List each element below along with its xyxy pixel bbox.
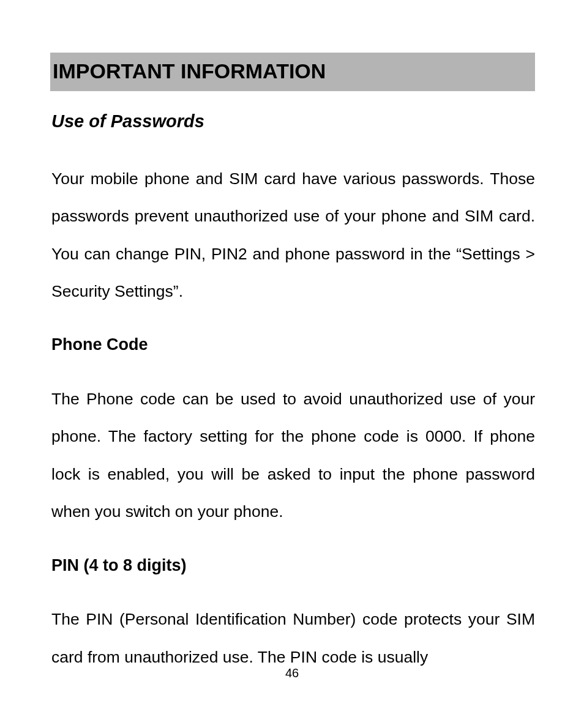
paragraph-phone-code: The Phone code can be used to avoid unau…: [50, 381, 535, 531]
section-heading-passwords: Use of Passwords: [50, 111, 535, 132]
sub-heading-pin: PIN (4 to 8 digits): [50, 555, 535, 575]
sub-heading-phone-code: Phone Code: [50, 335, 535, 354]
paragraph-intro: Your mobile phone and SIM card have vari…: [50, 160, 535, 311]
paragraph-pin: The PIN (Personal Identification Number)…: [50, 601, 535, 676]
main-heading: IMPORTANT INFORMATION: [50, 53, 535, 91]
page-number: 46: [0, 666, 584, 680]
